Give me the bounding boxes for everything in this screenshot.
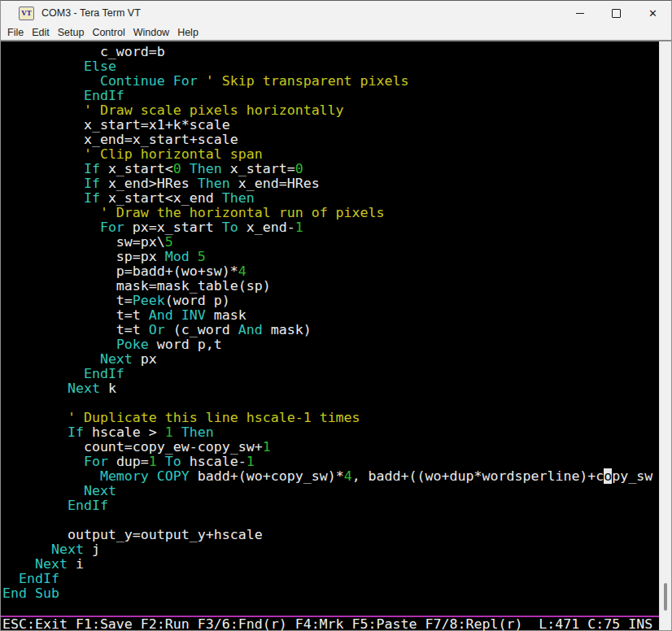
- code-token: [157, 454, 165, 469]
- code-token: 5: [198, 249, 206, 264]
- code-token: output_y=output_y+hscale: [2, 527, 263, 542]
- code-token: [2, 351, 100, 367]
- code-token: Then: [222, 190, 255, 206]
- code-token: 0: [173, 161, 181, 176]
- menu-item-window[interactable]: Window: [129, 26, 173, 39]
- code-token: x_start=x1+k*scale: [2, 117, 230, 133]
- code-token: 1: [263, 439, 271, 455]
- tera-term-window: VT COM3 - Tera Term VT ✕ FileEditSetupCo…: [0, 0, 672, 631]
- code-token: t=t: [2, 307, 149, 323]
- menu-item-file[interactable]: File: [3, 26, 28, 39]
- code-token: [2, 73, 100, 89]
- menu-item-edit[interactable]: Edit: [28, 26, 54, 39]
- code-line: mask=mask_table(sp): [2, 279, 659, 294]
- code-token: End Sub: [2, 585, 59, 601]
- code-token: [2, 161, 84, 176]
- code-token: For: [100, 220, 124, 235]
- code-token: ' Clip horizontal span: [84, 146, 263, 162]
- maximize-button[interactable]: [598, 1, 635, 25]
- code-token: Then: [181, 424, 214, 440]
- text-cursor: o: [604, 468, 612, 484]
- code-line: Next k: [2, 381, 659, 396]
- code-token: EndIf: [84, 88, 124, 103]
- code-token: x_start<: [100, 161, 173, 176]
- code-line: If x_start<x_end Then: [2, 191, 659, 206]
- code-token: 4: [344, 468, 352, 484]
- code-token: hscale >: [84, 424, 165, 440]
- menu-item-setup[interactable]: Setup: [54, 26, 89, 39]
- code-token: [2, 337, 116, 352]
- code-token: Then: [190, 161, 222, 176]
- code-token: [2, 410, 68, 425]
- code-token: 0: [295, 161, 303, 176]
- code-token: And: [238, 322, 263, 337]
- code-token: 1: [165, 424, 173, 440]
- code-token: [2, 498, 68, 513]
- code-line: Next px: [2, 352, 659, 367]
- code-area: c_word=b Else Continue For ' Skip transp…: [2, 45, 659, 616]
- code-token: Else: [84, 59, 116, 74]
- code-token: 1: [149, 454, 157, 469]
- code-token: ' Skip transparent pixels: [206, 73, 409, 89]
- vertical-scrollbar[interactable]: [659, 41, 671, 630]
- code-token: [2, 424, 68, 440]
- code-line: [2, 396, 659, 411]
- tera-term-vt-icon: VT: [19, 7, 34, 20]
- code-token: [173, 307, 181, 323]
- code-token: count=copy_ew-copy_sw+: [2, 439, 263, 455]
- terminal-screen[interactable]: c_word=b Else Continue For ' Skip transp…: [1, 41, 659, 630]
- close-button[interactable]: ✕: [635, 1, 671, 25]
- code-line: [2, 513, 659, 528]
- code-token: [2, 205, 100, 220]
- code-line: count=copy_ew-copy_sw+1: [2, 440, 659, 455]
- code-token: j: [84, 542, 100, 557]
- code-line: x_end=x_start+scale: [2, 133, 659, 147]
- code-token: EndIf: [19, 571, 59, 586]
- code-token: [190, 249, 198, 264]
- scrollbar-thumb[interactable]: [664, 583, 667, 611]
- code-token: word p,t: [149, 337, 222, 352]
- code-token: [2, 483, 84, 498]
- code-line: Continue For ' Skip transparent pixels: [2, 74, 659, 89]
- menu-item-help[interactable]: Help: [173, 26, 203, 39]
- code-token: Next: [68, 381, 100, 396]
- code-line: ' Draw scale pixels horizontally: [2, 103, 659, 118]
- code-line: sw=px\5: [2, 235, 659, 250]
- code-token: [198, 73, 206, 89]
- code-token: x_end>HRes: [100, 176, 198, 191]
- menu-bar: FileEditSetupControlWindowHelp: [1, 25, 671, 41]
- code-token: x_start=: [222, 161, 295, 176]
- code-token: Peek: [133, 293, 165, 308]
- code-token: 4: [238, 263, 247, 279]
- menu-item-control[interactable]: Control: [88, 26, 129, 39]
- code-token: [2, 146, 84, 162]
- code-line: sp=px Mod 5: [2, 250, 659, 264]
- code-token: mask): [263, 322, 312, 337]
- code-line: [2, 601, 659, 616]
- code-token: c_word=b: [2, 45, 165, 59]
- code-line: ' Clip horizontal span: [2, 147, 659, 162]
- code-token: [2, 176, 84, 191]
- code-line: Next i: [2, 557, 659, 572]
- code-token: px=x_start: [124, 220, 222, 235]
- code-line: End Sub: [2, 586, 659, 601]
- code-token: EndIf: [68, 498, 108, 513]
- code-token: [2, 190, 84, 206]
- code-token: [2, 454, 84, 469]
- code-token: And: [149, 307, 173, 323]
- minimize-button[interactable]: [561, 1, 598, 25]
- code-token: EndIf: [84, 366, 124, 381]
- code-token: To: [222, 220, 238, 235]
- code-token: [2, 220, 100, 235]
- code-token: Next: [100, 351, 133, 367]
- code-token: px: [133, 351, 157, 367]
- code-token: [2, 381, 68, 396]
- code-line: For px=x_start To x_end-1: [2, 220, 659, 235]
- code-line: EndIf: [2, 572, 659, 586]
- code-line: t=Peek(word p): [2, 294, 659, 308]
- code-token: ' Draw scale pixels horizontally: [84, 102, 344, 118]
- code-token: [2, 556, 35, 572]
- terminal-area: c_word=b Else Continue For ' Skip transp…: [1, 41, 671, 630]
- code-token: ' Draw the horizontal run of pixels: [100, 205, 385, 220]
- code-token: Next: [51, 542, 84, 557]
